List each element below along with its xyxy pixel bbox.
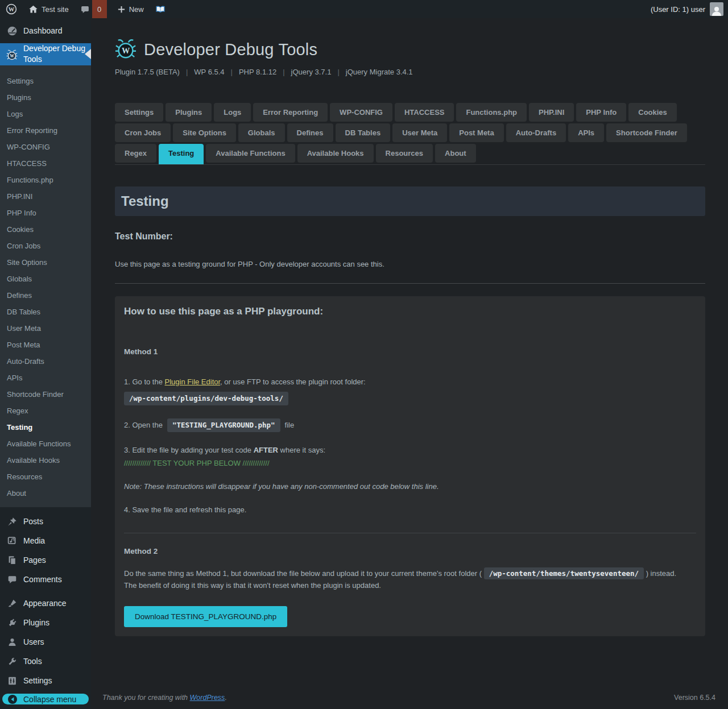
wordpress-admin-page: W Test site 0: [0, 0, 728, 709]
submenu-item-defines[interactable]: Defines: [0, 287, 91, 304]
tab-settings[interactable]: Settings: [115, 103, 163, 122]
collapse-menu-button[interactable]: Collapse menu: [2, 694, 89, 704]
submenu-item-wp-config[interactable]: WP-CONFIG: [0, 139, 91, 155]
submenu-item-testing[interactable]: Testing: [0, 419, 91, 436]
tab-about[interactable]: About: [435, 144, 476, 163]
new-content-menu[interactable]: New: [111, 0, 150, 18]
submenu-item-globals[interactable]: Globals: [0, 271, 91, 287]
tab-cron-jobs[interactable]: Cron Jobs: [115, 123, 171, 142]
submenu-item-user-meta[interactable]: User Meta: [0, 320, 91, 337]
step3-bold: AFTER: [254, 446, 278, 454]
tab-db-tables[interactable]: DB Tables: [336, 123, 391, 142]
sidebar-item-label: Plugins: [23, 618, 49, 627]
tab-resources[interactable]: Resources: [376, 144, 433, 163]
page-title: Developer Debug Tools: [144, 40, 317, 59]
tab-testing[interactable]: Testing: [159, 144, 204, 164]
site-link[interactable]: Test site: [23, 0, 75, 18]
theme-path-code: /wp-content/themes/twentyseventeen/: [484, 567, 644, 579]
tab-plugins[interactable]: Plugins: [166, 103, 212, 122]
tab-functions-php[interactable]: Functions.php: [456, 103, 527, 122]
sidebar-item-posts[interactable]: Posts: [0, 512, 91, 531]
wordpress-link[interactable]: WordPress: [190, 694, 225, 702]
comments-shortcut[interactable]: [75, 0, 92, 18]
sidebar-item-appearance[interactable]: Appearance: [0, 594, 91, 613]
tab-available-hooks[interactable]: Available Hooks: [297, 144, 374, 163]
sidebar-item-label: Comments: [23, 575, 62, 584]
submenu-item-auto-drafts[interactable]: Auto-Drafts: [0, 353, 91, 370]
sidebar-item-label: Settings: [23, 676, 52, 685]
tab-php-ini[interactable]: PHP.INI: [529, 103, 574, 122]
plugin-version: Plugin 1.7.5 (BETA): [115, 68, 180, 76]
submenu-item-apis[interactable]: APIs: [0, 370, 91, 386]
php-version: PHP 8.1.12: [239, 68, 276, 76]
step3-text: 3. Edit the file by adding your test cod…: [124, 445, 696, 469]
sidebar-item-media[interactable]: Media: [0, 531, 91, 550]
tab-site-options[interactable]: Site Options: [173, 123, 236, 142]
collapse-menu-label: Collapse menu: [23, 695, 76, 704]
wordpress-logo-menu[interactable]: W: [0, 0, 23, 18]
submenu-item-php-info[interactable]: PHP Info: [0, 205, 91, 221]
account-menu[interactable]: (User ID: 1) user: [651, 2, 728, 16]
submenu-item-site-options[interactable]: Site Options: [0, 254, 91, 271]
submenu-item-regex[interactable]: Regex: [0, 403, 91, 419]
version-meta-line: Plugin 1.7.5 (BETA)|WP 6.5.4|PHP 8.1.12|…: [115, 68, 705, 76]
sidebar-item-tools[interactable]: Tools: [0, 652, 91, 671]
submenu-item-plugins[interactable]: Plugins: [0, 89, 91, 106]
comment-bubble-icon: [80, 5, 90, 14]
submenu-item-php-ini[interactable]: PHP.INI: [0, 188, 91, 205]
sidebar-item-pages[interactable]: Pages: [0, 550, 91, 570]
php-comment-marker: ///////////// TEST YOUR PHP BELOW //////…: [124, 458, 696, 469]
submenu-item-error-reporting[interactable]: Error Reporting: [0, 122, 91, 139]
submenu-item-cron-jobs[interactable]: Cron Jobs: [0, 238, 91, 254]
submenu-item-available-hooks[interactable]: Available Hooks: [0, 452, 91, 468]
download-testing-playground-button[interactable]: Download TESTING_PLAYGROUND.php: [124, 606, 287, 627]
footer-period: .: [225, 694, 226, 702]
submenu-item-post-meta[interactable]: Post Meta: [0, 337, 91, 353]
sidebar-item-settings[interactable]: Settings: [0, 671, 91, 690]
method2-label: Method 2: [124, 547, 696, 555]
tab-wp-config[interactable]: WP-CONFIG: [330, 103, 392, 122]
submenu-item-about[interactable]: About: [0, 485, 91, 501]
sidebar-item-plugins[interactable]: Plugins: [0, 613, 91, 632]
submenu-item-cookies[interactable]: Cookies: [0, 221, 91, 238]
tab-globals[interactable]: Globals: [238, 123, 285, 142]
sidebar-item-comments[interactable]: Comments: [0, 570, 91, 589]
tab-auto-drafts[interactable]: Auto-Drafts: [506, 123, 566, 142]
submenu-item-db-tables[interactable]: DB Tables: [0, 304, 91, 320]
submenu-item-shortcode-finder[interactable]: Shortcode Finder: [0, 386, 91, 403]
tab-logs[interactable]: Logs: [214, 103, 251, 122]
tab-apis[interactable]: APIs: [568, 123, 604, 142]
plugin-file-editor-link[interactable]: Plugin File Editor: [165, 378, 221, 386]
php-playground-panel: How to use this page as a PHP playground…: [115, 296, 705, 636]
submenu-item-htaccess[interactable]: HTACCESS: [0, 155, 91, 172]
sidebar-item-users[interactable]: Users: [0, 632, 91, 652]
sidebar-item-dashboard[interactable]: Dashboard: [0, 18, 91, 43]
tab-post-meta[interactable]: Post Meta: [449, 123, 503, 142]
tab-regex[interactable]: Regex: [115, 144, 156, 163]
submenu-item-resources[interactable]: Resources: [0, 468, 91, 485]
pushpin-icon: [6, 516, 18, 527]
wrench-icon: [6, 656, 18, 667]
submenu-item-settings[interactable]: Settings: [0, 73, 91, 89]
tab-defines[interactable]: Defines: [287, 123, 333, 142]
step2-text: 2. Open the "TESTING_PLAYGROUND.php" fil…: [124, 418, 696, 432]
tab-htaccess[interactable]: HTACCESS: [395, 103, 454, 122]
tab-available-functions[interactable]: Available Functions: [206, 144, 295, 163]
tab-shortcode-finder[interactable]: Shortcode Finder: [606, 123, 687, 142]
submenu-item-available-functions[interactable]: Available Functions: [0, 436, 91, 452]
docs-shortcut[interactable]: [150, 0, 171, 18]
tab-error-reporting[interactable]: Error Reporting: [253, 103, 328, 122]
tab-cookies[interactable]: Cookies: [628, 103, 677, 122]
submenu-item-logs[interactable]: Logs: [0, 106, 91, 122]
pending-comments-badge[interactable]: 0: [92, 0, 107, 18]
submenu-item-functions-php[interactable]: Functions.php: [0, 172, 91, 188]
jquery-migrate-version: jQuery Migrate 3.4.1: [346, 68, 413, 76]
main-content: W Developer Debug Tools Plugin 1.7.5 (BE…: [91, 18, 728, 636]
tab-user-meta[interactable]: User Meta: [392, 123, 447, 142]
sidebar-item-developer-debug-tools[interactable]: W Developer Debug Tools: [0, 43, 91, 65]
tab-php-info[interactable]: PHP Info: [576, 103, 626, 122]
step1-post: , or use FTP to access the plugin root f…: [220, 378, 366, 386]
site-name: Test site: [42, 5, 69, 14]
note-text: Note: These instructions will disappear …: [124, 482, 696, 492]
bug-logo-icon: W: [115, 38, 136, 61]
